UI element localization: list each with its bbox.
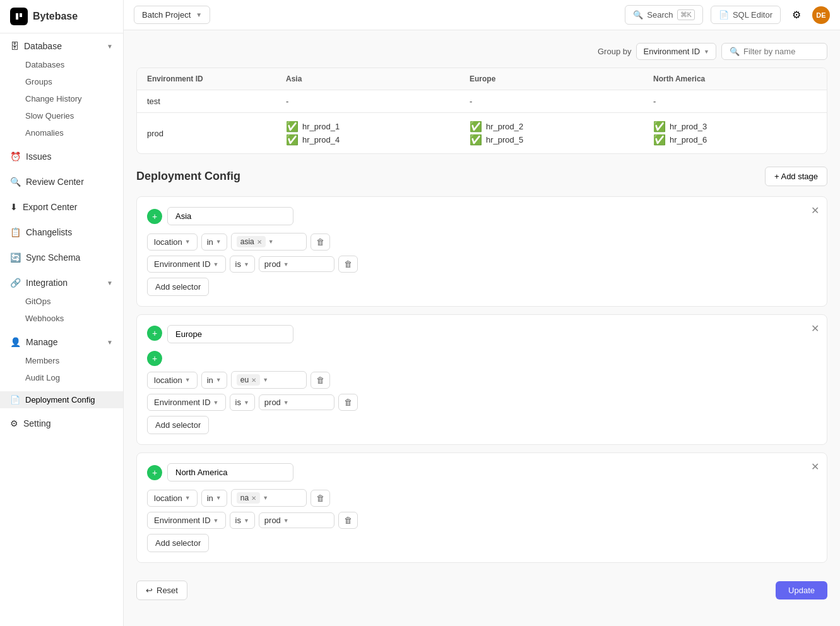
value-container[interactable]: eu ✕ ▼	[231, 371, 307, 389]
logo-text: Bytebase	[33, 11, 78, 22]
env-id-field-select[interactable]: Environment ID ▼	[147, 256, 226, 273]
field-select[interactable]: location ▼	[147, 490, 198, 507]
stage-name-input-asia[interactable]	[167, 207, 293, 225]
project-name: Batch Project	[142, 10, 191, 20]
stage-move-up-button[interactable]: +	[147, 465, 162, 480]
logo-area: Bytebase	[0, 0, 123, 33]
tag-close-button[interactable]: ✕	[251, 377, 256, 384]
env-id-field-select[interactable]: Environment ID ▼	[147, 394, 226, 411]
group-by-bar: Group by Environment ID ▼ 🔍	[136, 43, 827, 60]
field-select[interactable]: location ▼	[147, 372, 198, 389]
settings-gear-button[interactable]: ⚙	[788, 5, 805, 25]
env-id-operator-select[interactable]: is ▼	[230, 394, 255, 411]
selector-delete-button[interactable]: 🗑	[311, 233, 330, 251]
chevron-down-icon: ▼	[283, 261, 289, 268]
sidebar-group-review-center[interactable]: 🔍 Review Center	[0, 172, 123, 192]
tag-close-button[interactable]: ✕	[257, 239, 262, 245]
north-america-cell-prod: ✅ hr_prod_3 ✅ hr_prod_6	[643, 113, 827, 154]
check-icon: ✅	[470, 134, 482, 146]
selector-delete-button[interactable]: 🗑	[311, 372, 330, 389]
field-label: Environment ID	[154, 259, 211, 269]
db-entry: ✅ hr_prod_6	[653, 134, 817, 146]
search-button[interactable]: 🔍 Search ⌘K	[625, 5, 703, 25]
sidebar-item-databases[interactable]: Databases	[0, 56, 123, 73]
sidebar-group-database[interactable]: 🗄 Database ▼	[0, 36, 123, 56]
sql-editor-button[interactable]: 📄 SQL Editor	[711, 6, 781, 24]
sidebar-group-setting-label: Setting	[23, 418, 51, 428]
bottom-actions: ↩ Reset Update	[136, 570, 827, 610]
operator-label: is	[235, 516, 241, 525]
env-id-field-select[interactable]: Environment ID ▼	[147, 512, 226, 529]
env-id-value-container[interactable]: prod ▼	[259, 394, 334, 410]
sidebar-item-webhooks[interactable]: Webhooks	[0, 310, 123, 327]
selector-delete-button[interactable]: 🗑	[338, 256, 358, 273]
add-stage-button[interactable]: + Add stage	[765, 167, 827, 186]
tag-close-button[interactable]: ✕	[251, 495, 256, 502]
selector-delete-button[interactable]: 🗑	[338, 512, 358, 529]
operator-select[interactable]: in ▼	[201, 233, 227, 251]
value-container[interactable]: asia ✕ ▼	[231, 233, 307, 251]
stage-close-button[interactable]: ✕	[811, 461, 819, 473]
chevron-down-icon: ▼	[213, 261, 219, 268]
selector-delete-button[interactable]: 🗑	[338, 394, 358, 411]
add-selector-button[interactable]: Add selector	[147, 534, 209, 552]
operator-label: is	[235, 398, 241, 407]
stage-move-up-button[interactable]: +	[147, 209, 162, 224]
tag-text: na	[240, 493, 249, 502]
sidebar-item-members[interactable]: Members	[0, 352, 123, 369]
sidebar-group-sync-schema[interactable]: 🔄 Sync Schema	[0, 247, 123, 268]
update-button[interactable]: Update	[776, 581, 827, 599]
env-id-value-container[interactable]: prod ▼	[259, 256, 334, 272]
sidebar-group-changelists[interactable]: 📋 Changelists	[0, 222, 123, 242]
operator-select[interactable]: in ▼	[201, 372, 227, 389]
integration-icon: 🔗	[10, 278, 21, 288]
field-select[interactable]: location ▼	[147, 233, 198, 251]
chevron-down-icon: ▼	[244, 517, 249, 524]
sidebar-item-deployment-config[interactable]: 📄 Deployment Config	[0, 391, 123, 408]
env-id-value: prod	[264, 398, 281, 407]
sidebar-group-manage[interactable]: 👤 Manage ▼	[0, 332, 123, 352]
env-id-selector-row-na: Environment ID ▼ is ▼ prod ▼ 🗑	[147, 512, 817, 529]
selector-delete-button[interactable]: 🗑	[311, 490, 330, 507]
sidebar-item-change-history[interactable]: Change History	[0, 90, 123, 107]
group-by-select[interactable]: Environment ID ▼	[636, 43, 716, 60]
sidebar-item-gitops[interactable]: GitOps	[0, 293, 123, 310]
db-name: hr_prod_5	[486, 135, 523, 145]
sidebar-group-review-label: Review Center	[26, 177, 84, 187]
sidebar-group-setting[interactable]: ⚙ Setting	[0, 413, 123, 434]
stage-name-input-north-america[interactable]	[167, 463, 293, 481]
stage-name-input-europe[interactable]	[167, 325, 293, 343]
avatar[interactable]: DE	[812, 6, 830, 24]
env-id-value-container[interactable]: prod ▼	[259, 512, 334, 528]
reset-button[interactable]: ↩ Reset	[136, 581, 187, 600]
table-row: prod ✅ hr_prod_1 ✅ hr_prod_4	[137, 113, 827, 154]
sidebar-item-groups[interactable]: Groups	[0, 73, 123, 90]
env-id-operator-select[interactable]: is ▼	[230, 256, 255, 273]
operator-select[interactable]: in ▼	[201, 490, 227, 507]
add-selector-button[interactable]: Add selector	[147, 278, 209, 296]
filter-input[interactable]: 🔍	[721, 43, 827, 60]
value-tag: asia ✕	[237, 236, 266, 247]
stage-move-up-button[interactable]: +	[147, 326, 162, 341]
deployment-icon: 📄	[10, 395, 20, 405]
db-entry: ✅ hr_prod_5	[470, 134, 633, 146]
value-container[interactable]: na ✕ ▼	[231, 489, 307, 507]
db-entry: ✅ hr_prod_4	[286, 134, 449, 146]
location-selector-row: location ▼ in ▼ asia ✕ ▼ 🗑	[147, 233, 817, 251]
sidebar-item-slow-queries[interactable]: Slow Queries	[0, 107, 123, 124]
filter-text-input[interactable]	[743, 47, 819, 56]
avatar-initials: DE	[816, 11, 825, 19]
project-selector[interactable]: Batch Project ▼	[134, 6, 210, 24]
sidebar-group-issues-label: Issues	[26, 151, 51, 162]
sidebar-group-issues[interactable]: ⏰ Issues	[0, 146, 123, 167]
stage-move-down-button[interactable]: +	[147, 351, 162, 366]
sidebar-group-sync-label: Sync Schema	[26, 252, 80, 263]
sidebar-item-anomalies[interactable]: Anomalies	[0, 124, 123, 141]
sidebar-group-export-center[interactable]: ⬇ Export Center	[0, 197, 123, 217]
stage-close-button[interactable]: ✕	[811, 322, 819, 334]
stage-close-button[interactable]: ✕	[811, 204, 819, 216]
env-id-operator-select[interactable]: is ▼	[230, 512, 255, 529]
sidebar-item-audit-log[interactable]: Audit Log	[0, 369, 123, 386]
sidebar-group-integration[interactable]: 🔗 Integration ▼	[0, 273, 123, 293]
add-selector-button[interactable]: Add selector	[147, 416, 209, 434]
